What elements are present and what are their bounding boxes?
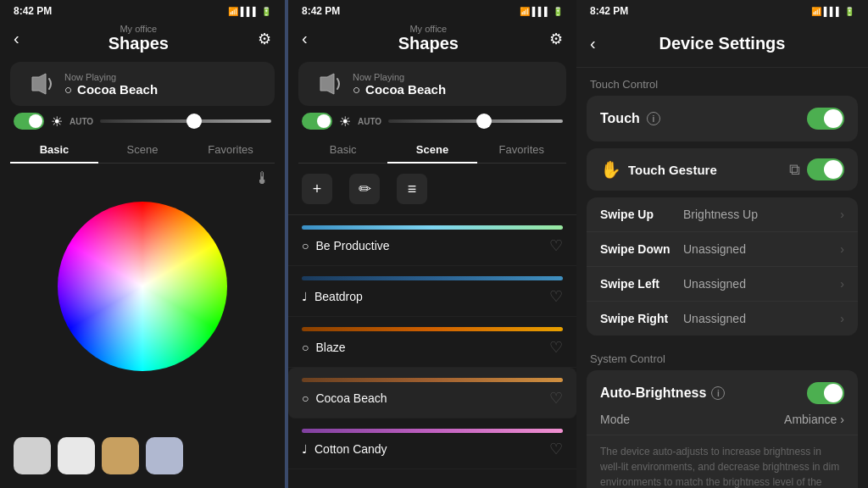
settings-icon-1[interactable]: ⚙ — [258, 30, 271, 48]
thermometer-icon: 🌡 — [254, 169, 271, 188]
status-time-3: 8:42 PM — [590, 5, 628, 17]
sun-icon-2: ☀ — [339, 114, 351, 130]
header-2: ‹ My office Shapes ⚙ — [288, 20, 576, 62]
mode-value[interactable]: Ambiance › — [784, 413, 844, 426]
color-wheel-container — [0, 188, 285, 430]
header-subtitle-1: My office — [108, 24, 169, 34]
swatch-warm[interactable] — [102, 437, 139, 474]
now-playing-2[interactable]: Now Playing ○ Cocoa Beach — [298, 62, 566, 106]
header-title-1: Shapes — [108, 34, 169, 53]
battery-icon-2: 🔋 — [553, 7, 563, 16]
scene-item-blaze[interactable]: ○ Blaze ♡ — [288, 317, 576, 368]
back-button-2[interactable]: ‹ — [302, 29, 308, 48]
touch-toggle[interactable] — [807, 108, 844, 130]
brightness-slider-1[interactable] — [100, 113, 271, 130]
tabs-1: Basic Scene Favorites — [10, 136, 275, 164]
scene-item-beatdrop[interactable]: ♩ Beatdrop ♡ — [288, 266, 576, 317]
slider-thumb-1[interactable] — [186, 114, 202, 129]
settings-icon-2[interactable]: ⚙ — [549, 30, 563, 48]
speaker-icon-1 — [24, 69, 54, 99]
swatch-cool[interactable] — [146, 437, 183, 474]
panel-device-settings: 8:42 PM 📶 ▌▌▌ 🔋 ‹ Device Settings Touch … — [576, 0, 868, 488]
status-time-1: 8:42 PM — [14, 5, 52, 17]
auto-label-1: AUTO — [70, 117, 93, 126]
scene-list: ○ Be Productive ♡ ♩ Beatdrop ♡ ○ Bla — [288, 215, 576, 488]
gesture-items-card: Swipe Up Brightness Up › Swipe Down Unas… — [587, 197, 858, 336]
drop-icon-1: ○ — [64, 82, 72, 97]
status-icons-2: 📶 ▌▌▌ 🔋 — [520, 7, 563, 16]
copy-icon[interactable]: ⧉ — [789, 161, 800, 179]
tab-content-1: 🌡 — [0, 164, 285, 488]
brightness-row-1: ☀ AUTO — [0, 106, 285, 136]
scene-icon-be-productive: ○ — [302, 239, 309, 252]
header-1: ‹ My office Shapes ⚙ — [0, 20, 285, 62]
tab-scene-1[interactable]: Scene — [98, 136, 186, 163]
tab-favorites-2[interactable]: Favorites — [477, 136, 566, 163]
sort-scene-button[interactable]: ≡ — [397, 174, 427, 204]
battery-icon-3: 🔋 — [844, 7, 854, 16]
swipe-down-chevron: › — [840, 242, 844, 256]
swipe-left-label: Swipe Left — [600, 277, 676, 291]
mode-label: Mode — [600, 413, 630, 426]
swipe-left-value: Unassigned — [683, 277, 840, 291]
wifi-icon-2: 📶 — [520, 7, 530, 16]
scene-item-cotton-candy[interactable]: ♩ Cotton Candy ♡ — [288, 419, 576, 469]
add-scene-button[interactable]: + — [302, 174, 332, 204]
status-icons-3: 📶 ▌▌▌ 🔋 — [811, 7, 854, 16]
status-bar-3: 8:42 PM 📶 ▌▌▌ 🔋 — [576, 0, 868, 20]
auto-brightness-header: Auto-Brightness i — [587, 370, 858, 413]
now-playing-song-2: ○ Cocoa Beach — [353, 82, 553, 97]
brightness-toggle-2[interactable] — [302, 113, 332, 130]
signal-icon-2: ▌▌▌ — [532, 7, 550, 16]
auto-brightness-info-icon[interactable]: i — [711, 386, 725, 400]
scene-item-be-productive[interactable]: ○ Be Productive ♡ — [288, 215, 576, 266]
speaker-icon-2 — [312, 69, 342, 99]
color-wheel[interactable] — [58, 202, 227, 371]
header-subtitle-2: My office — [398, 24, 459, 34]
touch-card: Touch i — [587, 96, 858, 141]
touch-control-section-label: Touch Control — [576, 68, 868, 96]
swipe-right-chevron: › — [840, 312, 844, 325]
tab-basic-2[interactable]: Basic — [298, 136, 387, 163]
scene-name-beatdrop: Beatdrop — [314, 290, 363, 303]
signal-icon-3: ▌▌▌ — [824, 7, 842, 16]
scene-icon-cotton-candy: ♩ — [302, 442, 308, 456]
panel-basic: 8:42 PM 📶 ▌▌▌ 🔋 ‹ My office Shapes ⚙ Now… — [0, 0, 288, 488]
swipe-right-value: Unassigned — [683, 312, 840, 325]
system-control-section-label: System Control — [576, 342, 868, 370]
scene-actions: + ✏ ≡ — [288, 164, 576, 215]
brightness-slider-2[interactable] — [388, 113, 563, 130]
heart-icon-blaze[interactable]: ♡ — [549, 338, 563, 357]
touch-gesture-card: ✋ Touch Gesture ⧉ — [587, 148, 858, 191]
settings-back-button[interactable]: ‹ — [590, 34, 596, 53]
scene-item-cocoa-beach[interactable]: ○ Cocoa Beach ♡ — [288, 368, 576, 419]
slider-thumb-2[interactable] — [476, 114, 492, 129]
gesture-swipe-up[interactable]: Swipe Up Brightness Up › — [587, 197, 858, 232]
tab-scene-2[interactable]: Scene — [387, 136, 476, 163]
touch-info-icon[interactable]: i — [647, 112, 660, 125]
swatch-light[interactable] — [58, 437, 95, 474]
gesture-swipe-right[interactable]: Swipe Right Unassigned › — [587, 302, 858, 336]
gesture-swipe-left[interactable]: Swipe Left Unassigned › — [587, 267, 858, 302]
brightness-toggle-1[interactable] — [14, 113, 44, 130]
wifi-icon: 📶 — [228, 7, 238, 16]
swipe-down-value: Unassigned — [683, 242, 840, 256]
back-button-1[interactable]: ‹ — [14, 29, 19, 48]
heart-icon-be-productive[interactable]: ♡ — [549, 236, 563, 255]
status-bar-1: 8:42 PM 📶 ▌▌▌ 🔋 — [0, 0, 285, 20]
heart-icon-cocoa-beach[interactable]: ♡ — [549, 389, 563, 408]
swatch-white[interactable] — [14, 437, 51, 474]
scene-icon-blaze: ○ — [302, 341, 309, 354]
gesture-swipe-down[interactable]: Swipe Down Unassigned › — [587, 232, 858, 267]
tab-basic-1[interactable]: Basic — [10, 136, 98, 163]
touch-gesture-toggle[interactable] — [807, 158, 844, 180]
heart-icon-beatdrop[interactable]: ♡ — [549, 287, 563, 306]
edit-scene-button[interactable]: ✏ — [349, 174, 380, 204]
header-title-2: Shapes — [398, 34, 459, 53]
tab-favorites-1[interactable]: Favorites — [186, 136, 275, 163]
heart-icon-cotton-candy[interactable]: ♡ — [549, 440, 563, 458]
now-playing-1[interactable]: Now Playing ○ Cocoa Beach — [10, 62, 275, 106]
scene-bar-blaze — [302, 327, 563, 331]
auto-brightness-toggle[interactable] — [807, 382, 844, 404]
now-playing-info-2: Now Playing ○ Cocoa Beach — [353, 72, 553, 97]
